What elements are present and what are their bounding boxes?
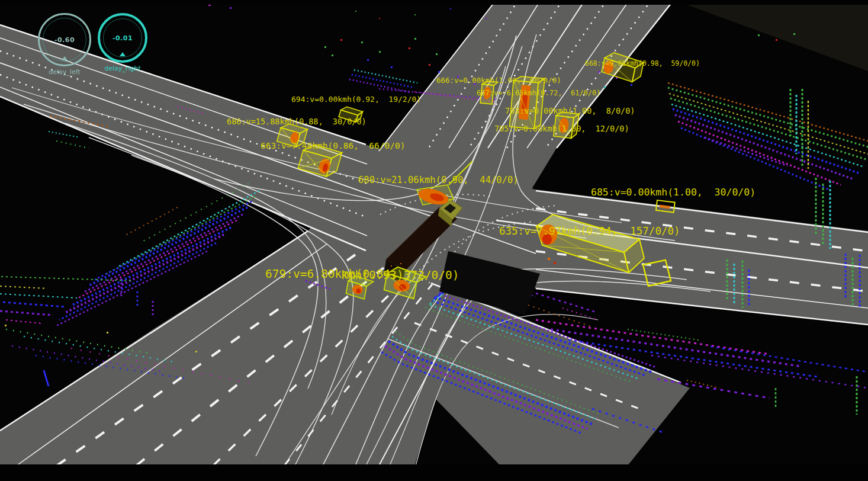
delay-right-label: delay_right [98,65,147,72]
letterbox-top [0,0,868,5]
track-label-680: 680:v=21.06kmh(0.90, 44/0/0) [358,175,519,185]
track-label-679-overlap: kmh(0.93)372/0/0) [341,268,459,282]
gauge-pointer-icon [120,52,126,56]
track-label-703: 703:v=0.00kmh(1.00, 8/0/0) [505,106,635,116]
delay-left-gauge: -0.60 delay_left [38,13,91,76]
delay-right-value: -0.01 [112,34,133,42]
delay-right-ring: -0.01 [98,13,147,63]
delay-left-label: delay_left [38,68,91,76]
gauge-pointer-icon [62,56,67,60]
track-label-685: 685:v=0.00kmh(1.00, 30/0/0) [591,187,756,198]
track-label-694: 694:v=0.00kmh(0.92, 19/2/0) [291,95,421,104]
track-label-666: 666:v=0.00kmh(1.00, 60/0/0) [436,76,561,85]
delay-right-gauge: -0.01 delay_right [98,13,147,72]
track-label-663: 663:v=7.48kmh(0.86, 66/0/0) [261,141,405,150]
delay-left-value: -0.60 [54,36,75,44]
lidar-visualization-window: 694:v=0.00kmh(0.92, 19/2/0) 686:v=15.88k… [0,0,868,481]
track-label-635: 635:v=7.97kmh(0.94, 157/0/0) [499,225,680,237]
track-label-705: 705:v=0.00kmh(1.00, 12/0/0) [494,124,629,133]
point-cloud-right-band [668,83,868,190]
letterbox-bottom [0,464,868,481]
road-arm-southeast [379,277,690,466]
terrain-top-right [678,0,868,71]
delay-left-ring: -0.60 [38,13,91,66]
track-label-668: 668:v=9.88kmh(0.98, 59/0/0) [585,59,700,68]
track-label-667: 667:v=-6.65kmh(0.72, 61/0/0) [477,89,601,97]
track-label-686: 686:v=15.88kmh(0.88, 30/0/0) [227,117,367,126]
